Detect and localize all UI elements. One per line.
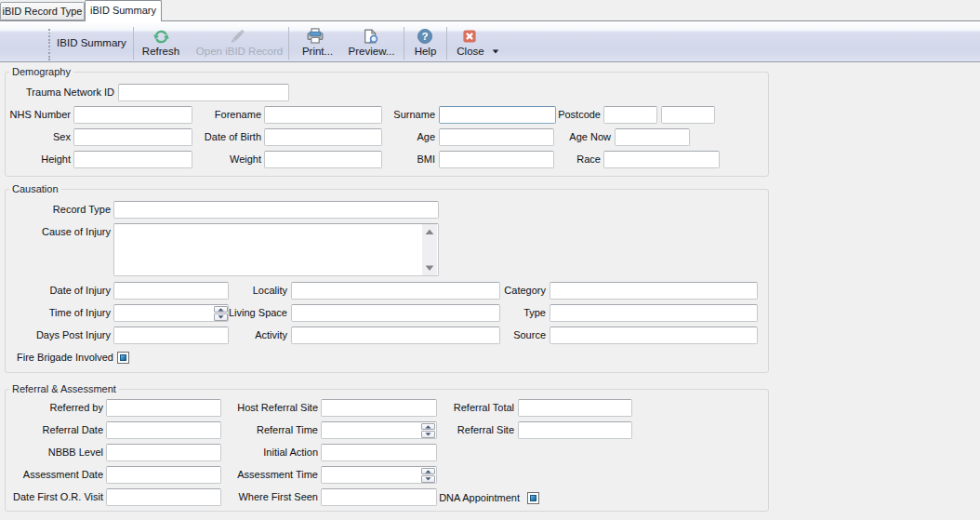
svg-text:?: ?: [422, 31, 429, 42]
